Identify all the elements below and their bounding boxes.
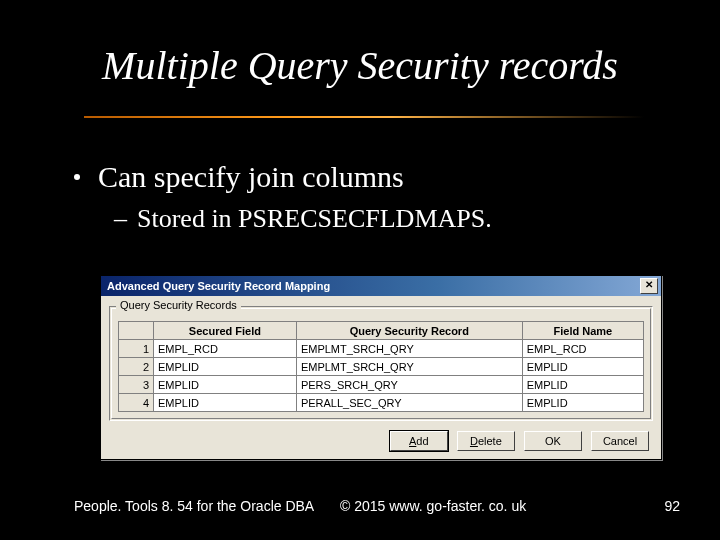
footer-page-number: 92: [664, 498, 680, 514]
cell-qsr[interactable]: PERALL_SEC_QRY: [296, 394, 522, 412]
cell-secured-field[interactable]: EMPLID: [154, 358, 297, 376]
cell-field-name[interactable]: EMPLID: [522, 394, 643, 412]
row-number: 1: [119, 340, 154, 358]
groupbox-legend: Query Security Records: [116, 299, 241, 311]
cell-field-name[interactable]: EMPLID: [522, 358, 643, 376]
col-secured-field: Secured Field: [154, 322, 297, 340]
cell-secured-field[interactable]: EMPLID: [154, 394, 297, 412]
close-icon[interactable]: ✕: [640, 278, 658, 294]
cell-secured-field[interactable]: EMPL_RCD: [154, 340, 297, 358]
row-number: 3: [119, 376, 154, 394]
ok-button[interactable]: OK: [524, 431, 582, 451]
cell-qsr[interactable]: PERS_SRCH_QRY: [296, 376, 522, 394]
cell-secured-field[interactable]: EMPLID: [154, 376, 297, 394]
cancel-button[interactable]: Cancel: [591, 431, 649, 451]
delete-button[interactable]: Delete: [457, 431, 515, 451]
slide-title: Multiple Query Security records: [0, 42, 720, 89]
row-number: 4: [119, 394, 154, 412]
bullet-dot-icon: [74, 174, 80, 180]
title-underline: [84, 116, 644, 118]
table-row[interactable]: 1 EMPL_RCD EMPLMT_SRCH_QRY EMPL_RCD: [119, 340, 644, 358]
add-button[interactable]: Add: [390, 431, 448, 451]
col-field-name: Field Name: [522, 322, 643, 340]
cell-qsr[interactable]: EMPLMT_SRCH_QRY: [296, 358, 522, 376]
bullet-level-1: Can specify join columns: [74, 160, 680, 194]
cell-qsr[interactable]: EMPLMT_SRCH_QRY: [296, 340, 522, 358]
cell-field-name[interactable]: EMPL_RCD: [522, 340, 643, 358]
table-row[interactable]: 2 EMPLID EMPLMT_SRCH_QRY EMPLID: [119, 358, 644, 376]
table-row[interactable]: 4 EMPLID PERALL_SEC_QRY EMPLID: [119, 394, 644, 412]
cell-field-name[interactable]: EMPLID: [522, 376, 643, 394]
table-row[interactable]: 3 EMPLID PERS_SRCH_QRY EMPLID: [119, 376, 644, 394]
bullet-1-text: Can specify join columns: [98, 160, 404, 193]
bullet-level-2: –Stored in PSRECSECFLDMAPS.: [114, 204, 680, 234]
dialog-titlebar: Advanced Query Security Record Mapping ✕: [101, 276, 661, 296]
row-number: 2: [119, 358, 154, 376]
footer-left: People. Tools 8. 54 for the Oracle DBA: [74, 498, 314, 514]
dialog-window: Advanced Query Security Record Mapping ✕…: [100, 275, 662, 460]
bullet-dash-icon: –: [114, 204, 127, 233]
groupbox-query-security-records: Query Security Records Secured Field Que…: [109, 306, 653, 421]
col-query-security-record: Query Security Record: [296, 322, 522, 340]
dialog-button-row: Add Delete OK Cancel: [109, 429, 653, 451]
dialog-title: Advanced Query Security Record Mapping: [107, 280, 330, 292]
row-header-blank: [119, 322, 154, 340]
mapping-table: Secured Field Query Security Record Fiel…: [118, 321, 644, 412]
bullet-2-text: Stored in PSRECSECFLDMAPS.: [137, 204, 492, 233]
footer-mid: © 2015 www. go-faster. co. uk: [340, 498, 526, 514]
